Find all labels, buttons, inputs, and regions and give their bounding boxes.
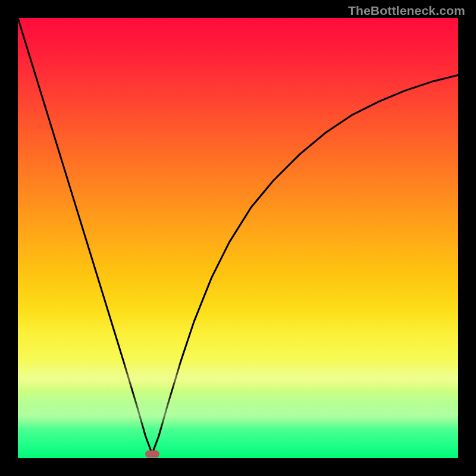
chart-frame: TheBottleneck.com [0,0,476,476]
bottleneck-curve [18,18,458,458]
watermark-text: TheBottleneck.com [348,4,465,18]
optimal-point-marker [145,450,159,458]
plot-area [18,18,458,458]
